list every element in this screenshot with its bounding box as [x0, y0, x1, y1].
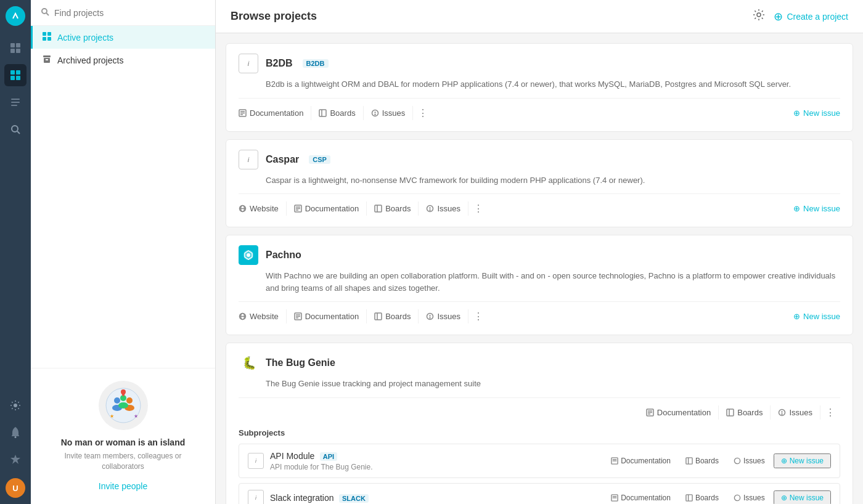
svg-text:★: ★ — [110, 413, 114, 419]
pachno-new-issue-button[interactable]: ⊕ New issue — [793, 312, 840, 321]
app-logo[interactable] — [6, 6, 25, 26]
api-new-issue-icon: ⊕ — [781, 457, 787, 465]
settings-icon[interactable] — [753, 9, 765, 24]
pachno-new-issue-icon: ⊕ — [793, 312, 800, 321]
caspar-boards-link[interactable]: Boards — [367, 201, 419, 216]
documentation-icon4 — [646, 408, 654, 417]
issues-icon-slack — [734, 494, 741, 502]
nav-karma[interactable] — [4, 449, 27, 471]
svg-point-27 — [114, 397, 120, 404]
bug-genie-documentation-link[interactable]: Documentation — [639, 405, 719, 420]
svg-rect-42 — [319, 110, 326, 116]
project-name-pachno: Pachno — [266, 250, 301, 261]
invite-link[interactable]: Invite people — [99, 481, 147, 491]
b2db-more-button[interactable]: ⋮ — [413, 105, 433, 121]
user-avatar[interactable]: U — [6, 478, 25, 498]
subproject-actions-api: Documentation Boards Issues ⊕ New is — [605, 453, 831, 468]
pachno-issues-link[interactable]: Issues — [419, 309, 468, 323]
project-name-b2db: B2DB — [266, 58, 293, 69]
svg-rect-22 — [47, 37, 51, 41]
documentation-icon — [239, 109, 247, 117]
create-project-button[interactable]: ⊕ Create a project — [774, 10, 848, 23]
subproject-name-slack: Slack integration — [270, 493, 334, 503]
pachno-website-link[interactable]: Website — [239, 309, 287, 323]
api-issues-link[interactable]: Issues — [727, 455, 771, 467]
b2db-documentation-link[interactable]: Documentation — [239, 106, 311, 120]
svg-rect-68 — [375, 313, 382, 320]
slack-documentation-link[interactable]: Documentation — [605, 492, 677, 504]
subproject-actions-slack: Documentation Boards Issues ⊕ New is — [605, 490, 831, 505]
svg-line-13 — [17, 131, 20, 134]
bug-genie-issues-link[interactable]: Issues — [771, 405, 820, 420]
bug-genie-more-button[interactable]: ⋮ — [820, 404, 840, 421]
nav-issues[interactable] — [4, 91, 27, 113]
pachno-more-button[interactable]: ⋮ — [468, 308, 488, 325]
subproject-slack: i Slack integration SLACK Documentation … — [239, 483, 840, 505]
caspar-issues-link[interactable]: Issues — [419, 201, 468, 216]
issues-icon4 — [778, 408, 786, 417]
project-actions-caspar: Website Documentation Boards Issues ⋮ — [239, 193, 840, 217]
api-documentation-link[interactable]: Documentation — [605, 455, 677, 467]
svg-rect-2 — [16, 43, 20, 47]
invite-illustration: ★ ★ — [99, 381, 148, 430]
svg-rect-23 — [43, 55, 51, 57]
nav-notifications[interactable] — [4, 421, 27, 444]
nav-search[interactable] — [4, 118, 27, 140]
svg-point-15 — [15, 436, 17, 438]
svg-rect-7 — [10, 76, 15, 80]
b2db-new-issue-button[interactable]: ⊕ New issue — [793, 108, 840, 118]
search-input[interactable] — [54, 8, 205, 18]
nav-settings[interactable] — [4, 394, 27, 417]
project-desc-b2db: B2db is a lightweight ORM and DBAL for m… — [239, 78, 840, 91]
svg-point-0 — [10, 10, 21, 22]
project-name-bug-genie: The Bug Genie — [266, 357, 335, 368]
slack-new-issue-button[interactable]: ⊕ New issue — [774, 490, 831, 505]
header-actions: ⊕ Create a project — [753, 9, 848, 24]
boards-icon-api — [685, 457, 693, 465]
sidebar-dark: U — [0, 0, 31, 504]
svg-rect-3 — [10, 49, 15, 53]
sidebar-item-archived-projects[interactable]: Archived projects — [31, 49, 215, 71]
slack-new-issue-icon: ⊕ — [781, 494, 787, 502]
issues-icon3 — [426, 312, 434, 320]
caspar-documentation-link[interactable]: Documentation — [287, 201, 367, 216]
project-actions-bug-genie: Documentation Boards Issues ⋮ — [239, 397, 840, 421]
b2db-boards-link[interactable]: Boards — [311, 106, 363, 120]
boards-icon4 — [726, 408, 734, 417]
caspar-more-button[interactable]: ⋮ — [468, 200, 488, 217]
svg-rect-11 — [11, 105, 17, 106]
slack-issues-link[interactable]: Issues — [727, 492, 771, 504]
pachno-documentation-link[interactable]: Documentation — [287, 309, 367, 323]
project-header-bug-genie: 🐛 The Bug Genie — [239, 353, 840, 373]
sidebar-item-active-projects[interactable]: Active projects — [31, 26, 215, 49]
nav-dashboard[interactable] — [4, 37, 27, 59]
svg-rect-25 — [46, 59, 48, 60]
issues-icon-api — [734, 457, 741, 465]
caspar-new-issue-button[interactable]: ⊕ New issue — [793, 204, 840, 213]
project-desc-caspar: Caspar is a lightweight, no-nonsense MVC… — [239, 174, 840, 187]
slack-boards-link[interactable]: Boards — [679, 492, 725, 504]
issues-icon2 — [426, 205, 434, 213]
project-header-pachno: Pachno — [239, 245, 840, 265]
top-header: Browse projects ⊕ Create a project — [216, 0, 863, 33]
b2db-issues-link[interactable]: Issues — [364, 106, 414, 120]
website-icon3 — [239, 312, 247, 320]
create-project-label: Create a project — [787, 12, 848, 22]
search-icon — [41, 7, 49, 18]
subproject-badge-slack: SLACK — [339, 494, 369, 503]
api-new-issue-button[interactable]: ⊕ New issue — [774, 453, 831, 468]
project-card-pachno: Pachno With Pachno we are building an op… — [226, 235, 853, 335]
create-project-plus-icon: ⊕ — [774, 10, 783, 23]
boards-icon-slack — [685, 494, 693, 502]
svg-rect-9 — [11, 99, 20, 100]
api-boards-link[interactable]: Boards — [679, 455, 725, 467]
project-icon-bug-genie: 🐛 — [239, 353, 258, 373]
subproject-icon-api: i — [248, 453, 264, 469]
pachno-boards-link[interactable]: Boards — [367, 309, 419, 323]
nav-projects[interactable] — [4, 64, 27, 86]
svg-rect-5 — [10, 70, 15, 75]
doc-icon-slack — [611, 494, 618, 502]
subproject-desc-api: API module for The Bug Genie. — [270, 463, 605, 471]
caspar-website-link[interactable]: Website — [239, 201, 287, 216]
bug-genie-boards-link[interactable]: Boards — [719, 405, 771, 420]
